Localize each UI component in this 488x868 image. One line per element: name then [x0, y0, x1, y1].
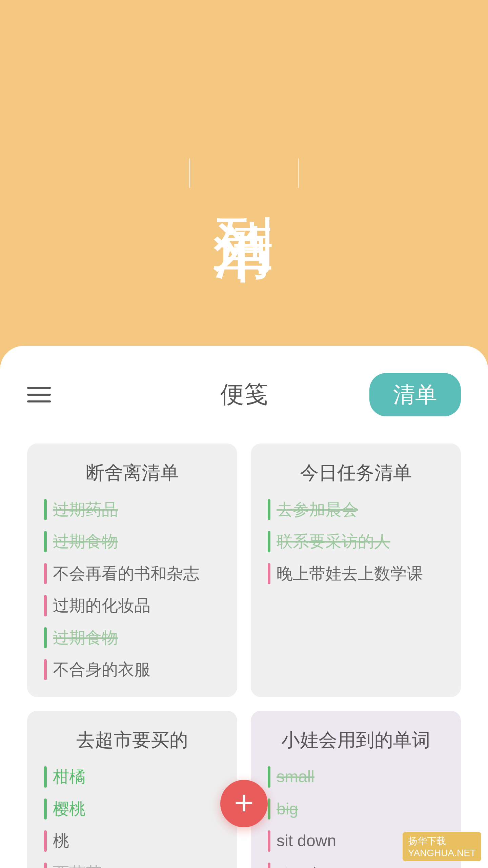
item-text: 樱桃: [53, 798, 85, 820]
item-text: 柑橘: [53, 766, 85, 787]
item-bar: [44, 563, 47, 584]
plus-icon: +: [234, 786, 254, 820]
list-item: 西蓝花: [44, 863, 220, 868]
list-item: 不会再看的书和杂志: [44, 563, 220, 584]
item-text: 联系要采访的人: [277, 531, 390, 552]
item-text: 桃: [53, 830, 69, 851]
list-item: 去参加晨会: [268, 499, 444, 520]
list-item: stand up: [268, 863, 444, 868]
card-card-1: 断舍离清单过期药品过期食物不会再看的书和杂志过期的化妆品过期食物不合身的衣服: [27, 443, 237, 697]
item-bar: [44, 798, 47, 820]
list-item: 过期食物: [44, 531, 220, 552]
navbar: 便笺 清单: [27, 373, 461, 416]
item-text: small: [277, 766, 314, 787]
item-text: 晚上带娃去上数学课: [277, 563, 423, 584]
item-bar: [44, 659, 47, 680]
list-item: 不合身的衣服: [44, 659, 220, 680]
item-bar: [44, 499, 47, 520]
item-text: 不合身的衣服: [53, 659, 150, 680]
item-text: 过期的化妆品: [53, 595, 150, 616]
list-item: 过期的化妆品: [44, 595, 220, 616]
item-text: 西蓝花: [53, 863, 102, 868]
card-card-3: 去超市要买的柑橘樱桃桃西蓝花蒜苗: [27, 711, 237, 868]
item-text: 去参加晨会: [277, 499, 358, 520]
item-text: big: [277, 798, 298, 820]
item-bar: [44, 595, 47, 616]
item-bar: [44, 830, 47, 851]
item-bar: [268, 863, 270, 868]
item-text: 不会再看的书和杂志: [53, 563, 199, 584]
item-text: stand up: [277, 863, 339, 868]
list-item: big: [268, 798, 444, 820]
item-bar: [268, 563, 270, 584]
item-text: 过期食物: [53, 627, 118, 648]
add-fab-button[interactable]: +: [220, 780, 268, 827]
list-item: 桃: [44, 830, 220, 851]
watermark: 扬华下载YANGHUA.NET: [403, 832, 481, 861]
card-title: 去超市要买的: [44, 728, 220, 753]
note-tab[interactable]: 便笺: [220, 379, 268, 411]
list-item: 过期食物: [44, 627, 220, 648]
item-text: 过期药品: [53, 499, 118, 520]
list-item: 联系要采访的人: [268, 531, 444, 552]
card-title: 今日任务清单: [268, 460, 444, 486]
hero-title-wrapper: 列清单: [189, 158, 299, 188]
item-bar: [268, 531, 270, 552]
item-bar: [268, 830, 270, 851]
list-item: 樱桃: [44, 798, 220, 820]
list-item: 柑橘: [44, 766, 220, 787]
list-item: 晚上带娃去上数学课: [268, 563, 444, 584]
item-bar: [268, 766, 270, 787]
list-tab-active[interactable]: 清单: [369, 373, 461, 416]
list-item: 过期药品: [44, 499, 220, 520]
item-bar: [44, 531, 47, 552]
item-bar: [44, 627, 47, 648]
hero-section: 列清单: [0, 0, 488, 346]
item-bar: [44, 766, 47, 787]
item-bar: [44, 863, 47, 868]
item-text: 过期食物: [53, 531, 118, 552]
hero-title: 列清单: [190, 158, 298, 188]
item-text: sit down: [277, 830, 336, 851]
card-title: 小娃会用到的单词: [268, 728, 444, 753]
item-bar: [268, 798, 270, 820]
item-bar: [268, 499, 270, 520]
card-title: 断舍离清单: [44, 460, 220, 486]
list-item: small: [268, 766, 444, 787]
hero-line-right: [298, 158, 299, 188]
hamburger-button[interactable]: [27, 387, 51, 402]
card-card-2: 今日任务清单去参加晨会联系要采访的人晚上带娃去上数学课: [251, 443, 461, 697]
